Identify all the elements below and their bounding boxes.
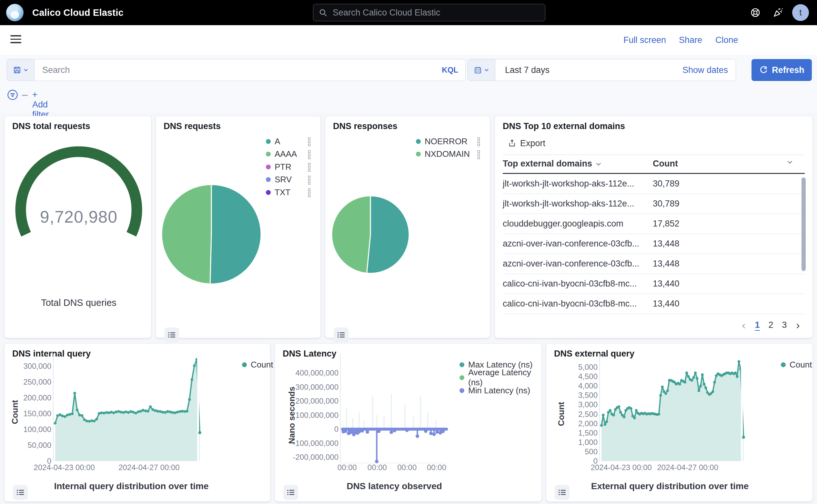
toolbar: c Dashboard DNS Dashboard Full screen Sh… — [0, 25, 817, 55]
legend-item-TXT[interactable]: TXT — [266, 186, 290, 198]
time-range-value[interactable]: Last 7 days — [495, 65, 682, 75]
cell-count: 17,852 — [653, 214, 680, 234]
legend-label: SRV — [275, 175, 292, 185]
panel-title: DNS Top 10 external domains — [503, 121, 625, 131]
cell-count: 13,448 — [653, 234, 680, 254]
kql-label[interactable]: KQL — [442, 66, 465, 75]
svg-text:2,000: 2,000 — [578, 419, 598, 428]
column-header-count[interactable]: Count — [653, 159, 678, 169]
pagination-next-icon[interactable]: › — [791, 319, 805, 331]
svg-text:100,000: 100,000 — [23, 425, 51, 434]
column-sort-count[interactable] — [787, 159, 793, 165]
svg-text:4,500: 4,500 — [578, 372, 598, 381]
user-avatar[interactable]: t — [792, 4, 809, 21]
refresh-button[interactable]: Refresh — [751, 59, 812, 81]
cell-domain: jlt-worksh-jlt-workshop-aks-112e... — [503, 174, 634, 194]
svg-text:2024-04-23 00:00: 2024-04-23 00:00 — [590, 463, 652, 472]
svg-text:3,000: 3,000 — [578, 400, 598, 409]
svg-text:300,000: 300,000 — [23, 362, 51, 370]
svg-text:00:00: 00:00 — [338, 463, 357, 472]
pie-slice-NXDOMAIN[interactable] — [332, 196, 370, 273]
pagination-page-1[interactable]: 1 — [751, 319, 764, 331]
chevron-down-icon — [23, 67, 28, 73]
area-chart: 300,000250,000200,000150,000100,00050,00… — [5, 344, 271, 502]
table-row: calico-cni-ivan-byocni-03cfb8-mc...13,44… — [503, 274, 805, 294]
chevron-down-icon — [484, 67, 489, 73]
svg-text:5,000: 5,000 — [578, 363, 598, 371]
legend-dot-icon — [416, 139, 421, 144]
legend-actions-icon[interactable] — [308, 176, 310, 185]
legend-dot-icon — [266, 139, 271, 144]
legend-actions-icon[interactable] — [478, 137, 480, 146]
legend-dot-icon — [266, 165, 271, 169]
refresh-icon — [759, 66, 768, 75]
legend-dot-icon — [416, 152, 421, 156]
legend-item-NXDOMAIN[interactable]: NXDOMAIN — [416, 148, 470, 160]
legend-label: NXDOMAIN — [425, 149, 470, 159]
filter-bar: KQL Last 7 days Show dates — [0, 55, 817, 112]
panel-dns-external-query: DNS external query Count External query … — [546, 343, 813, 502]
pagination-page-3[interactable]: 3 — [778, 319, 791, 331]
pie-slice-A[interactable] — [210, 185, 261, 284]
cell-count: 30,789 — [653, 194, 680, 214]
table-scrollbar[interactable] — [802, 177, 806, 271]
legend-item-PTR[interactable]: PTR — [266, 161, 291, 173]
svg-text:3,500: 3,500 — [578, 391, 598, 399]
legend-dot-icon — [266, 152, 271, 156]
pie-slice-AAAA[interactable] — [162, 185, 211, 284]
show-dates-button[interactable]: Show dates — [682, 65, 736, 75]
svg-text:-100,000,000: -100,000,000 — [293, 439, 338, 448]
panel-dns-latency: DNS Latency Nano seconds DNS latency obs… — [275, 343, 542, 502]
column-header-domain[interactable]: Top external domains — [503, 159, 602, 169]
legend-actions-icon[interactable] — [308, 163, 310, 172]
legend-actions-icon[interactable] — [308, 137, 310, 146]
table-row: clouddebugger.googleapis.com17,852 — [503, 214, 805, 234]
dashboard-app: Calico Cloud Elastic — [0, 0, 817, 504]
app-title: Calico Cloud Elastic — [32, 0, 124, 25]
panel-dns-total-requests: DNS total requests 9,720,980 Total DNS q… — [4, 116, 151, 338]
svg-text:400,000,000: 400,000,000 — [296, 368, 338, 377]
kql-search-input[interactable] — [35, 65, 442, 75]
legend-item-A[interactable]: A — [266, 136, 280, 147]
table-body: jlt-worksh-jlt-workshop-aks-112e...30,78… — [503, 174, 805, 314]
legend-actions-icon[interactable] — [308, 150, 310, 159]
full-screen-button[interactable]: Full screen — [623, 25, 666, 55]
svg-text:200,000: 200,000 — [23, 393, 51, 402]
legend-actions-icon[interactable] — [478, 150, 480, 159]
svg-text:1,500: 1,500 — [578, 428, 598, 437]
cell-domain: azcni-over-ivan-conference-03cfb... — [503, 254, 639, 274]
legend-item-NOERROR[interactable]: NOERROR — [416, 136, 468, 147]
gauge-chart — [5, 116, 152, 338]
help-icon[interactable] — [749, 6, 762, 19]
global-search[interactable] — [313, 4, 545, 21]
share-button[interactable]: Share — [679, 25, 702, 55]
calico-logo-icon[interactable] — [6, 4, 24, 21]
table-row: azcni-over-ivan-conference-03cfb...13,44… — [503, 234, 805, 254]
legend-item-SRV[interactable]: SRV — [266, 174, 292, 186]
filter-divider — [22, 95, 28, 96]
clone-button[interactable]: Clone — [715, 25, 738, 55]
calendar-icon — [474, 66, 482, 74]
pagination-prev-icon[interactable]: ‹ — [737, 319, 751, 331]
saved-query-menu[interactable] — [7, 59, 35, 81]
legend-label: A — [275, 136, 280, 146]
pie-slice-NOERROR[interactable] — [367, 196, 409, 273]
svg-text:00:00: 00:00 — [368, 463, 387, 472]
newsfeed-icon[interactable] — [772, 6, 784, 19]
menu-icon[interactable] — [10, 35, 21, 43]
cell-domain: calico-cni-ivan-byocni-03cfb8-mc... — [503, 294, 637, 314]
svg-text:2024-04-27 00:00: 2024-04-27 00:00 — [118, 463, 180, 472]
export-button[interactable]: Export — [508, 137, 545, 149]
legend-actions-icon[interactable] — [308, 188, 310, 197]
svg-text:300,000,000: 300,000,000 — [296, 383, 338, 391]
global-search-input[interactable] — [332, 7, 540, 18]
legend-item-AAAA[interactable]: AAAA — [266, 148, 297, 160]
filter-options-icon[interactable] — [7, 89, 18, 102]
svg-text:2,500: 2,500 — [578, 410, 598, 418]
add-filter-button[interactable]: + Add filter — [32, 90, 49, 120]
cell-domain: azcni-over-ivan-conference-03cfb... — [503, 234, 639, 254]
chevron-down-icon — [787, 159, 793, 165]
cell-domain: jlt-worksh-jlt-workshop-aks-112e... — [503, 194, 634, 214]
pagination-page-2[interactable]: 2 — [764, 319, 778, 331]
calendar-menu[interactable] — [468, 59, 495, 81]
